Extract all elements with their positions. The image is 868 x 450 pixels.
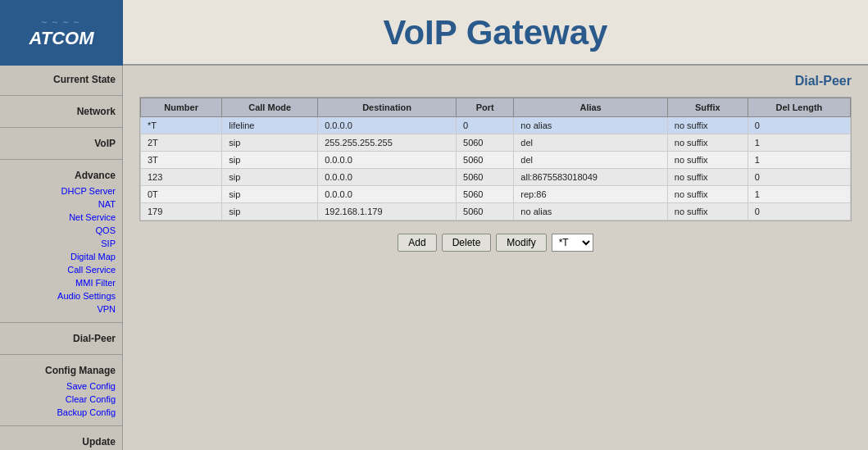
table-cell: 192.168.1.179 — [318, 203, 457, 220]
table-cell: sip — [222, 203, 318, 220]
table-cell: sip — [222, 152, 318, 169]
sidebar-link-net-service[interactable]: Net Service — [0, 211, 122, 224]
header: ～～～～ ATCOM VoIP Gateway — [0, 0, 868, 66]
buttons-area: Add Delete Modify *T 2T 3T 123 0T 179 — [139, 234, 852, 252]
table-cell: 0 — [748, 117, 850, 134]
sidebar-link-sip[interactable]: SIP — [0, 237, 122, 250]
col-header-number: Number — [141, 98, 222, 117]
table-cell: no suffix — [667, 117, 748, 134]
table-cell: 2T — [141, 134, 222, 152]
table-cell: 1 — [748, 186, 850, 203]
table-cell: 0 — [748, 169, 850, 186]
number-select[interactable]: *T 2T 3T 123 0T 179 — [552, 234, 593, 252]
table-cell: 0 — [457, 117, 514, 134]
table-cell: 0.0.0.0 — [318, 117, 457, 134]
table-cell: del — [514, 152, 667, 169]
table-cell: lifeline — [222, 117, 318, 134]
sidebar-link-audio-settings[interactable]: Audio Settings — [0, 289, 122, 302]
sidebar-heading-voip[interactable]: VoIP — [0, 134, 122, 152]
table-row[interactable]: 123sip0.0.0.05060all:8675583018049no suf… — [141, 169, 851, 186]
table-cell: sip — [222, 169, 318, 186]
table-cell: no suffix — [667, 134, 748, 152]
table-cell: no alias — [514, 203, 667, 220]
col-header-del-length: Del Length — [748, 98, 850, 117]
delete-button[interactable]: Delete — [442, 234, 492, 252]
sidebar-link-mmi-filter[interactable]: MMI Filter — [0, 276, 122, 289]
sidebar-heading-advance: Advance — [0, 166, 122, 184]
table-cell: 0T — [141, 186, 222, 203]
table-cell: no alias — [514, 117, 667, 134]
table-cell: 0.0.0.0 — [318, 186, 457, 203]
col-header-port: Port — [457, 98, 514, 117]
table-cell: 0.0.0.0 — [318, 169, 457, 186]
table-cell: all:8675583018049 — [514, 169, 667, 186]
sidebar: Current State Network VoIP Advance DHCP … — [0, 66, 123, 450]
table-cell: 5060 — [457, 186, 514, 203]
content-area: Dial-Peer Number Call Mode Destination P… — [123, 66, 868, 450]
table-row[interactable]: 2Tsip255.255.255.2555060delno suffix1 — [141, 134, 851, 152]
table-cell: 5060 — [457, 134, 514, 152]
sidebar-heading-current-state[interactable]: Current State — [0, 70, 122, 89]
table-row[interactable]: *Tlifeline0.0.0.00no aliasno suffix0 — [141, 117, 851, 134]
table-cell: rep:86 — [514, 186, 667, 203]
sidebar-link-qos[interactable]: QOS — [0, 224, 122, 237]
table-cell: 5060 — [457, 169, 514, 186]
table-cell: 255.255.255.255 — [318, 134, 457, 152]
col-header-alias: Alias — [514, 98, 667, 117]
sidebar-heading-dial-peer[interactable]: Dial-Peer — [0, 330, 122, 348]
table-row[interactable]: 179sip192.168.1.1795060no aliasno suffix… — [141, 203, 851, 220]
page-header-title: VoIP Gateway — [384, 13, 608, 52]
table-row[interactable]: 0Tsip0.0.0.05060rep:86no suffix1 — [141, 186, 851, 203]
main-layout: Current State Network VoIP Advance DHCP … — [0, 66, 868, 450]
page-title-bar: Dial-Peer — [139, 74, 852, 89]
col-header-call-mode: Call Mode — [222, 98, 318, 117]
table-cell: sip — [222, 186, 318, 203]
sidebar-link-backup-config[interactable]: Backup Config — [0, 406, 122, 419]
col-header-suffix: Suffix — [667, 98, 748, 117]
sidebar-link-save-config[interactable]: Save Config — [0, 380, 122, 393]
table-cell: no suffix — [667, 152, 748, 169]
table-cell: 1 — [748, 152, 850, 169]
sidebar-link-vpn[interactable]: VPN — [0, 302, 122, 316]
table-cell: del — [514, 134, 667, 152]
table-cell: no suffix — [667, 186, 748, 203]
sidebar-heading-update[interactable]: Update — [0, 433, 122, 450]
col-header-destination: Destination — [318, 98, 457, 117]
sidebar-link-dhcp-server[interactable]: DHCP Server — [0, 184, 122, 198]
logo-arc: ～～～～ — [29, 16, 93, 28]
add-button[interactable]: Add — [398, 234, 436, 252]
table-cell: sip — [222, 134, 318, 152]
sidebar-heading-network[interactable]: Network — [0, 102, 122, 120]
header-divider — [123, 64, 868, 65]
logo-text: ATCOM — [29, 28, 93, 48]
dial-peer-table: Number Call Mode Destination Port Alias … — [140, 98, 851, 220]
table-row[interactable]: 3Tsip0.0.0.05060delno suffix1 — [141, 152, 851, 169]
table-cell: 123 — [141, 169, 222, 186]
sidebar-link-call-service[interactable]: Call Service — [0, 263, 122, 276]
modify-button[interactable]: Modify — [496, 234, 546, 252]
table-cell: 0.0.0.0 — [318, 152, 457, 169]
sidebar-link-digital-map[interactable]: Digital Map — [0, 250, 122, 263]
table-cell: no suffix — [667, 169, 748, 186]
table-cell: *T — [141, 117, 222, 134]
dial-peer-table-container: Number Call Mode Destination Port Alias … — [139, 97, 852, 221]
table-cell: 3T — [141, 152, 222, 169]
table-cell: 1 — [748, 134, 850, 152]
sidebar-heading-config-manage: Config Manage — [0, 361, 122, 380]
table-cell: no suffix — [667, 203, 748, 220]
logo: ～～～～ ATCOM — [0, 0, 123, 66]
table-cell: 5060 — [457, 152, 514, 169]
sidebar-link-clear-config[interactable]: Clear Config — [0, 393, 122, 406]
table-cell: 179 — [141, 203, 222, 220]
table-cell: 5060 — [457, 203, 514, 220]
table-header-row: Number Call Mode Destination Port Alias … — [141, 98, 851, 117]
sidebar-link-nat[interactable]: NAT — [0, 198, 122, 211]
page-title: Dial-Peer — [795, 74, 852, 88]
table-cell: 0 — [748, 203, 850, 220]
